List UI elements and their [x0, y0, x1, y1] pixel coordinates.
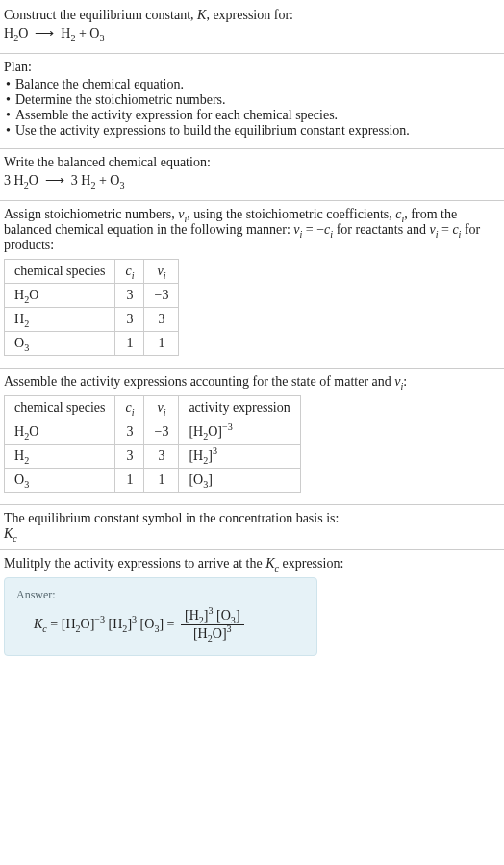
cell-nu: 3: [144, 445, 179, 469]
plan-item-text: Use the activity expressions to build th…: [15, 123, 410, 138]
col-species: chemical species: [5, 260, 115, 284]
cell-nu: 1: [144, 469, 179, 493]
relation-reactants: νi = −ci: [293, 222, 333, 237]
plan-item-text: Assemble the activity expression for eac…: [15, 108, 338, 122]
table-row: H2O 3 −3 [H2O]−3: [5, 420, 301, 445]
cell-activity: [H2]3: [179, 445, 300, 469]
balanced-equation-section: Write the balanced chemical equation: 3 …: [0, 148, 504, 200]
col-nu: νi: [144, 260, 179, 284]
answer-box: Answer: Kc = [H2O]−3 [H2]3 [O3] = [H2]3 …: [4, 577, 317, 656]
table-row: H2O 3 −3: [5, 284, 179, 308]
plan-heading: Plan:: [4, 60, 500, 75]
final-intro: Mulitply the activity expressions to arr…: [4, 556, 500, 572]
cell-ci: 3: [115, 445, 144, 469]
text: Construct the equilibrium constant,: [4, 8, 197, 22]
col-nu: νi: [144, 396, 179, 420]
plan-item: •Assemble the activity expression for ea…: [4, 108, 500, 123]
bullet-icon: •: [6, 123, 15, 139]
relation-products: νi = ci: [429, 222, 461, 237]
plan-section: Plan: •Balance the chemical equation. •D…: [0, 53, 504, 148]
text: Mulitply the activity expressions to arr…: [4, 556, 265, 571]
cell-ci: 1: [115, 469, 144, 493]
cell-ci: 3: [115, 308, 144, 332]
kc-lhs: Kc = [H2O]−3 [H2]3 [O3] =: [34, 617, 178, 631]
text: for reactants and: [333, 222, 429, 237]
col-species: chemical species: [5, 396, 115, 420]
cell-ci: 3: [115, 284, 144, 308]
text: , using the stoichiometric coefficients,: [187, 207, 395, 221]
text: , expression for:: [206, 8, 293, 22]
table-header-row: chemical species ci νi: [5, 260, 179, 284]
table-header-row: chemical species ci νi activity expressi…: [5, 396, 301, 420]
bullet-icon: •: [6, 108, 15, 123]
kc-denominator: [H2O]3: [181, 625, 244, 642]
table-row: H2 3 3: [5, 308, 179, 332]
problem-title: Construct the equilibrium constant, K, e…: [4, 8, 500, 23]
section-text: The equilibrium constant symbol in the c…: [4, 511, 500, 526]
problem-statement: Construct the equilibrium constant, K, e…: [0, 0, 504, 53]
stoich-table: chemical species ci νi H2O 3 −3 H2 3 3 O…: [4, 259, 179, 356]
cell-nu: 1: [144, 332, 179, 356]
cell-ci: 3: [115, 420, 144, 445]
plan-item: •Balance the chemical equation.: [4, 77, 500, 92]
bullet-icon: •: [6, 77, 15, 92]
cell-species: O3: [5, 332, 115, 356]
unbalanced-equation: H2O ⟶ H2 + O3: [4, 25, 500, 41]
plan-item: •Determine the stoichiometric numbers.: [4, 92, 500, 108]
cell-species: H2O: [5, 420, 115, 445]
cell-activity: [H2O]−3: [179, 420, 300, 445]
activity-intro: Assemble the activity expressions accoun…: [4, 374, 500, 390]
bullet-icon: •: [6, 92, 15, 108]
text: expression:: [279, 556, 343, 571]
symbol-nu: νi: [394, 374, 403, 389]
text: :: [403, 374, 407, 389]
answer-label: Answer:: [16, 588, 305, 602]
kc-fraction: [H2]3 [O3][H2O]3: [181, 608, 244, 642]
cell-species: O3: [5, 469, 115, 493]
stoich-intro: Assign stoichiometric numbers, νi, using…: [4, 207, 500, 253]
cell-activity: [O3]: [179, 469, 300, 493]
cell-ci: 1: [115, 332, 144, 356]
kc-expression: Kc = [H2O]−3 [H2]3 [O3] = [H2]3 [O3][H2O…: [16, 608, 305, 642]
symbol-nu: νi: [178, 207, 187, 221]
kc-numerator: [H2]3 [O3]: [181, 608, 244, 625]
plan-item-text: Determine the stoichiometric numbers.: [15, 92, 226, 107]
kc-symbol: Kc: [265, 556, 279, 571]
table-row: O3 1 1 [O3]: [5, 469, 301, 493]
section-heading: Write the balanced chemical equation:: [4, 155, 500, 170]
cell-nu: −3: [144, 420, 179, 445]
kc-symbol-section: The equilibrium constant symbol in the c…: [0, 504, 504, 549]
cell-species: H2: [5, 445, 115, 469]
plan-item: •Use the activity expressions to build t…: [4, 123, 500, 139]
kc-symbol: Kc: [4, 526, 500, 542]
table-row: H2 3 3 [H2]3: [5, 445, 301, 469]
final-section: Mulitply the activity expressions to arr…: [0, 549, 504, 675]
cell-species: H2O: [5, 284, 115, 308]
cell-nu: 3: [144, 308, 179, 332]
activity-table: chemical species ci νi activity expressi…: [4, 395, 301, 493]
col-activity: activity expression: [179, 396, 300, 420]
balanced-equation: 3 H2O ⟶ 3 H2 + O3: [4, 172, 500, 189]
col-ci: ci: [115, 396, 144, 420]
cell-species: H2: [5, 308, 115, 332]
symbol-ci: ci: [395, 207, 404, 221]
symbol-K: K: [197, 8, 206, 22]
cell-nu: −3: [144, 284, 179, 308]
text: Assemble the activity expressions accoun…: [4, 374, 394, 389]
col-ci: ci: [115, 260, 144, 284]
text: Assign stoichiometric numbers,: [4, 207, 178, 221]
plan-item-text: Balance the chemical equation.: [15, 77, 184, 91]
table-row: O3 1 1: [5, 332, 179, 356]
plan-list: •Balance the chemical equation. •Determi…: [4, 77, 500, 139]
activity-section: Assemble the activity expressions accoun…: [0, 368, 504, 504]
stoich-numbers-section: Assign stoichiometric numbers, νi, using…: [0, 200, 504, 368]
